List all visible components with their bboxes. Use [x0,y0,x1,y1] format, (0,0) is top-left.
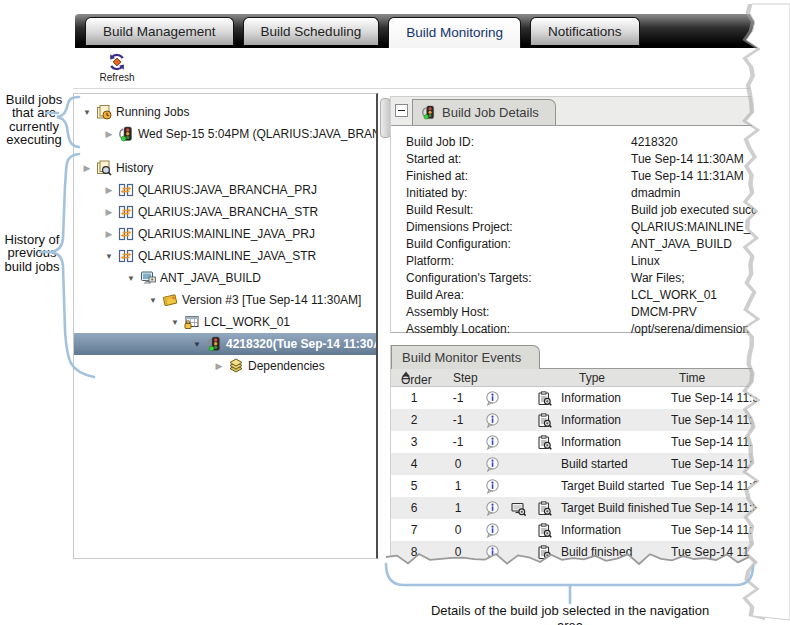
event-step: 0 [437,457,479,471]
event-time: Tue Sep-14 11:31AM [669,501,757,515]
event-step: -1 [437,413,479,427]
build-job-details-tab[interactable]: Build Job Details [412,99,556,125]
tree-item-label: QLARIUS:JAVA_BRANCHA_PRJ [138,183,317,197]
view-log-icon[interactable] [537,413,552,428]
collapse-arrow[interactable]: ▶ [211,361,227,371]
events-table-body: 1 -1 Information Tue Sep-14 11:30AM 2 -1… [391,387,757,563]
expand-arrow[interactable]: ▼ [189,340,205,349]
view-log-icon[interactable] [537,501,552,516]
information-balloon-icon[interactable] [485,523,500,538]
event-type: Target Build started [557,479,669,493]
event-row[interactable]: 5 1 Target Build started Tue Sep-14 11:3… [391,475,757,497]
view-log-icon[interactable] [537,523,552,538]
section-title: Build Monitor Events [402,350,521,365]
event-row[interactable]: 1 -1 Information Tue Sep-14 11:30AM [391,387,757,409]
build-job-details-header: Build Job Details [391,97,756,126]
information-balloon-icon[interactable] [485,413,500,428]
refresh-label: Refresh [90,72,144,83]
information-balloon-icon[interactable] [485,391,500,406]
tree-item-ant-java-build[interactable]: ▼ ANT_JAVA_BUILD [74,267,376,289]
detail-row: Platform:Linux [406,252,756,269]
tree-item-qlarius-mainline-java-str[interactable]: ▼ QLARIUS:MAINLINE_JAVA_STR [74,245,376,267]
event-type: Information [557,523,669,537]
tree-item-build-job-4218320-selected[interactable]: ▼ 4218320(Tue Sep-14 11:30AM) [74,333,376,355]
event-order: 3 [391,435,437,449]
detail-row: Initiated by:dmadmin [406,184,756,201]
version-book-icon [162,292,178,308]
expand-arrow[interactable]: ▼ [101,252,117,261]
section-title: Build Job Details [442,105,539,120]
view-log-icon[interactable] [537,545,552,560]
refresh-button[interactable]: Refresh [90,53,144,83]
stream-icon [118,248,134,264]
build-config-icon [140,270,156,286]
tree-item-dependencies[interactable]: ▶ Dependencies [74,355,376,377]
tree-item-qlarius-java-brancha-str[interactable]: ▶ QLARIUS:JAVA_BRANCHA_STR [74,201,376,223]
tree-item-lcl-work-01[interactable]: ▼ LCL_WORK_01 [74,311,376,333]
tab-build-management[interactable]: Build Management [85,17,234,45]
collapse-arrow[interactable]: ▶ [101,129,117,139]
tree-item-running-jobs[interactable]: ▼ Running Jobs [74,101,376,123]
event-order: 5 [391,479,437,493]
view-log-icon[interactable] [537,435,552,450]
event-row[interactable]: 6 1 Target Build finished Tue Sep-14 11:… [391,497,757,519]
annotation-details: Details of the build job selected in the… [420,604,720,625]
tab-notifications[interactable]: Notifications [530,17,640,45]
order-column-header[interactable]: Order [401,371,411,380]
tree-item-label: LCL_WORK_01 [204,315,290,329]
annotation-history: History of previous build jobs [0,233,64,273]
tree-item-label: Wed Sep-15 5:04PM (QLARIUS:JAVA_BRANCH [138,127,378,141]
tree-item-running-build-job[interactable]: ▶ Wed Sep-15 5:04PM (QLARIUS:JAVA_BRANCH [74,123,376,145]
information-balloon-icon[interactable] [485,457,500,472]
field-label: Build Result: [406,203,631,217]
step-column-header[interactable]: Step [453,371,478,385]
main-tab-bar: Build Management Build Scheduling Build … [75,14,773,48]
navigation-tree-panel: ▼ Running Jobs ▶ Wed Sep-15 5:04PM (QLAR… [73,93,378,559]
collapse-arrow[interactable]: ▶ [101,185,117,195]
event-row[interactable]: 4 0 Build started Tue Sep-14 11:30AM [391,453,757,475]
field-label: Finished at: [406,169,631,183]
running-jobs-icon [96,104,112,120]
view-target-output-icon[interactable] [511,501,526,516]
information-balloon-icon[interactable] [485,479,500,494]
build-job-traffic-light-icon [118,126,134,142]
collapse-arrow[interactable]: ▶ [79,163,95,173]
collapse-arrow[interactable]: ▶ [101,229,117,239]
expand-arrow[interactable]: ▼ [145,296,161,305]
field-label: Build Configuration: [406,237,631,251]
tree-item-qlarius-java-brancha-prj[interactable]: ▶ QLARIUS:JAVA_BRANCHA_PRJ [74,179,376,201]
information-balloon-icon[interactable] [485,501,500,516]
tab-build-scheduling[interactable]: Build Scheduling [243,17,380,45]
information-balloon-icon[interactable] [485,435,500,450]
field-label: Configuration's Targets: [406,271,631,285]
expand-arrow[interactable]: ▼ [123,274,139,283]
build-monitor-events-tab[interactable]: Build Monitor Events [391,345,540,369]
detail-row: Build Result:Build job executed succ [406,201,756,218]
field-value: Build job executed succ [631,203,757,217]
expand-arrow[interactable]: ▼ [79,108,95,117]
collapse-section-button[interactable] [395,104,408,117]
detail-row: Started at:Tue Sep-14 11:30AM [406,150,756,167]
field-label: Platform: [406,254,631,268]
event-row[interactable]: 2 -1 Information Tue Sep-14 11:30AM [391,409,757,431]
event-row[interactable]: 8 0 Build finished Tue Sep-14 11:31AM [391,541,757,563]
event-step: -1 [437,391,479,405]
detail-row: Finished at:Tue Sep-14 11:31AM [406,167,756,184]
tree-item-label: History [116,161,153,175]
stream-icon [118,204,134,220]
view-log-icon[interactable] [537,391,552,406]
time-column-header[interactable]: Time [679,371,705,385]
tab-build-monitoring[interactable]: Build Monitoring [388,17,521,48]
tree-item-qlarius-mainline-java-prj[interactable]: ▶ QLARIUS:MAINLINE_JAVA_PRJ [74,223,376,245]
type-column-header[interactable]: Type [579,371,605,385]
event-order: 1 [391,391,437,405]
tree-item-version-3[interactable]: ▼ Version #3 [Tue Sep-14 11:30AM] [74,289,376,311]
collapse-arrow[interactable]: ▶ [101,207,117,217]
information-balloon-icon[interactable] [485,545,500,560]
event-step: 0 [437,523,479,537]
expand-arrow[interactable]: ▼ [167,318,183,327]
event-row[interactable]: 7 0 Information Tue Sep-14 11:31AM [391,519,757,541]
event-row[interactable]: 3 -1 Information Tue Sep-14 11:30AM [391,431,757,453]
tree-item-label: Dependencies [248,359,325,373]
tree-item-history[interactable]: ▶ History [74,157,376,179]
